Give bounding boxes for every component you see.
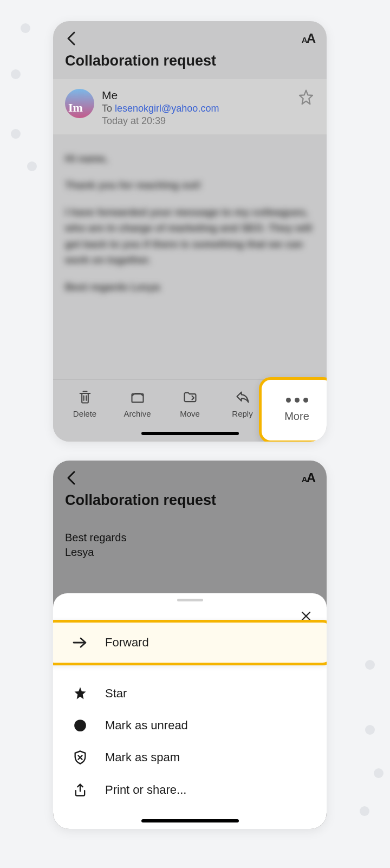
forward-menu-item-highlight[interactable]: Forward [53, 620, 327, 665]
text-size-icon-large: A [307, 470, 315, 485]
mark-unread-menu-item[interactable]: Mark as unread [53, 710, 327, 741]
reply-button[interactable]: Reply [221, 390, 264, 418]
more-dots-icon [286, 398, 308, 403]
back-button[interactable] [65, 31, 78, 46]
email-subject: Collaboration request [53, 50, 327, 79]
back-button[interactable] [65, 470, 78, 485]
chevron-left-icon [65, 31, 78, 46]
star-button[interactable] [297, 89, 315, 106]
recipient-line[interactable]: To lesenokgirl@yahoo.com [102, 103, 290, 114]
unread-dot-icon [72, 718, 89, 733]
text-size-button[interactable]: AA [302, 470, 315, 485]
sender-avatar[interactable] [65, 89, 94, 118]
move-button[interactable]: Move [168, 390, 212, 418]
email-more-menu-screen: AA Collaboration request Best regards Le… [53, 461, 327, 829]
star-outline-icon [297, 89, 315, 106]
trash-icon [77, 390, 93, 405]
move-folder-icon [183, 390, 198, 405]
email-body-blurred: Hi name, Thank you for reaching out! I h… [53, 134, 327, 327]
email-view-screen: AA Collaboration request Me To lesenokgi… [53, 21, 327, 442]
delete-button[interactable]: Delete [63, 390, 107, 418]
sender-name[interactable]: Me [102, 89, 290, 102]
forward-label: Forward [105, 636, 149, 650]
forward-arrow-icon [73, 636, 89, 649]
email-subject: Collaboration request [53, 490, 327, 519]
archive-button[interactable]: Archive [116, 390, 159, 418]
text-size-icon-small: A [302, 475, 307, 484]
spam-shield-icon [72, 750, 89, 765]
share-icon [72, 782, 89, 798]
text-size-icon-small: A [302, 35, 307, 44]
more-actions-sheet: Forward Star Mark as unread Mark as spam… [53, 593, 327, 829]
home-indicator[interactable] [141, 432, 239, 435]
svg-point-1 [74, 720, 86, 731]
chevron-left-icon [65, 470, 78, 485]
home-indicator[interactable] [141, 819, 239, 822]
more-button-highlight[interactable]: More [259, 377, 327, 442]
email-date: Today at 20:39 [102, 115, 290, 127]
archive-icon [130, 390, 145, 405]
print-share-menu-item[interactable]: Print or share... [53, 774, 327, 806]
text-size-icon-large: A [307, 31, 315, 46]
recipient-email: lesenokgirl@yahoo.com [115, 103, 219, 114]
star-filled-icon [72, 686, 89, 701]
text-size-button[interactable]: AA [302, 31, 315, 46]
reply-icon [235, 390, 250, 405]
mark-spam-menu-item[interactable]: Mark as spam [53, 741, 327, 774]
star-menu-item[interactable]: Star [53, 677, 327, 710]
email-snippet: Best regards Lesya [53, 519, 327, 567]
more-label: More [284, 410, 309, 423]
